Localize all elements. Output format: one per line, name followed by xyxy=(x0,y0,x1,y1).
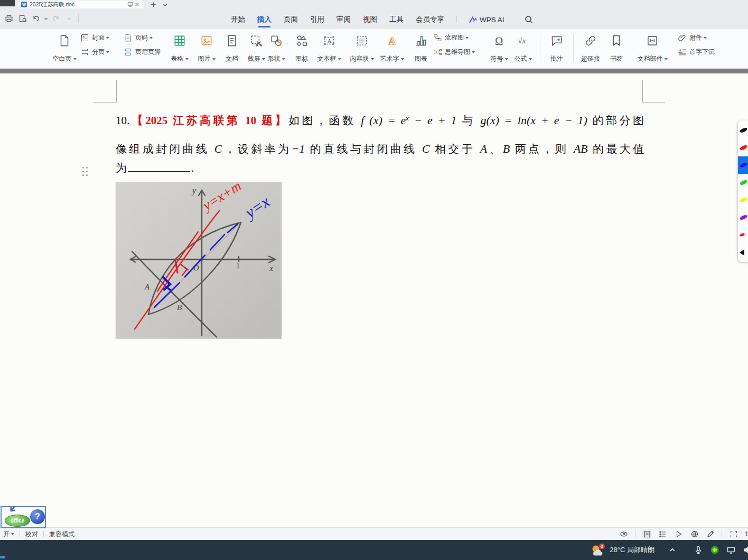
search-icon[interactable] xyxy=(524,15,534,24)
booster-ball-icon[interactable] xyxy=(710,545,719,555)
close-icon[interactable] xyxy=(134,1,141,8)
red-pen-stroke-icon xyxy=(739,144,748,151)
ribbon-page-number-button[interactable]: # 页码 xyxy=(124,33,161,42)
office-assistant-widget[interactable]: office ? xyxy=(1,506,46,528)
paragraph-drag-handle-icon[interactable] xyxy=(82,167,91,177)
menu-reference[interactable]: 引用 xyxy=(310,15,324,24)
menu-page[interactable]: 页面 xyxy=(284,15,298,24)
status-compat-mode[interactable]: 兼容模式 xyxy=(49,530,74,539)
pen-small-red-button[interactable] xyxy=(738,226,748,244)
ribbon-doc-parts-button[interactable]: 文档部件 xyxy=(635,32,669,65)
menu-member[interactable]: 会员专享 xyxy=(416,15,444,24)
menu-tools[interactable]: 工具 xyxy=(389,15,404,24)
cover-icon xyxy=(80,33,89,42)
flowchart-icon xyxy=(433,33,442,42)
pen-yellow-button[interactable] xyxy=(738,191,748,209)
status-divider xyxy=(635,531,635,537)
problem-figure-image[interactable]: y x O 1 A B y=x+m xyxy=(116,182,282,339)
bookmark-icon xyxy=(610,34,623,48)
microphone-icon[interactable] xyxy=(694,545,703,555)
menu-view[interactable]: 视图 xyxy=(363,15,377,24)
menu-home[interactable]: 开始 xyxy=(231,15,245,24)
ribbon-doc-button[interactable]: 文档 xyxy=(220,32,244,65)
status-bar: 开 校对 兼容模式 1 xyxy=(0,527,748,540)
ribbon-drop-cap-button[interactable]: A 首字下沉 xyxy=(678,48,715,57)
chevron-down-icon xyxy=(371,58,374,60)
page-view-icon[interactable] xyxy=(642,530,651,539)
pen-green-button[interactable] xyxy=(738,174,748,191)
print-preview-icon[interactable] xyxy=(18,14,27,23)
status-open-menu[interactable]: 开 xyxy=(3,530,14,539)
ribbon-comment-button[interactable]: 批注 xyxy=(545,32,569,65)
ribbon-table-button[interactable]: 表格 xyxy=(166,32,193,65)
ribbon-cover-button[interactable]: 封面 xyxy=(80,33,109,42)
pen-blue-button-selected[interactable] xyxy=(738,156,748,174)
tab-list-chevron-icon[interactable] xyxy=(162,2,169,8)
ribbon-bookmark-button[interactable]: 书签 xyxy=(605,32,628,65)
ribbon-wordart-button[interactable]: A 艺术字 xyxy=(377,32,407,65)
doc-parts-icon xyxy=(646,34,659,48)
yellow-pen-stroke-icon xyxy=(739,197,748,203)
ribbon-header-footer-button[interactable]: 页眉页脚 xyxy=(124,48,161,57)
document-tab[interactable]: W 2025江苏高联.doc xyxy=(18,1,144,8)
math-gx: g(x) = ln(x + e − 1) xyxy=(481,114,587,127)
page-margin-mark-left xyxy=(94,80,117,102)
small-red-pen-stroke-icon xyxy=(739,232,745,237)
menu-wps-ai[interactable]: WPS AI xyxy=(469,16,504,24)
undo-chevron-icon[interactable] xyxy=(41,14,46,23)
ribbon-picture-button[interactable]: 图片 xyxy=(193,32,220,65)
display-network-icon[interactable] xyxy=(726,545,736,555)
help-button[interactable]: ? xyxy=(30,509,45,524)
redo-icon[interactable] xyxy=(51,14,60,23)
window-header: W 2025江苏高联.doc 开始 插入 页面 引用 审阅 视图 xyxy=(0,0,748,29)
ribbon-cover-pagebreak-stack: 封面 分页 xyxy=(80,33,109,57)
palette-collapse-button[interactable] xyxy=(738,244,748,261)
ribbon-page-break-button[interactable]: 分页 xyxy=(80,48,109,57)
ribbon-formula-button[interactable]: √x 公式 xyxy=(510,32,536,65)
pin-icon[interactable] xyxy=(127,1,134,8)
ribbon-symbol-button[interactable]: Ω 符号 xyxy=(487,32,512,65)
taskbar-weather-widget[interactable]: 2 28°C 局部晴朗 xyxy=(590,543,654,557)
document-workspace: 10.【2025 江苏高联第 10 题】如图，函数 f (x) = ex − e… xyxy=(0,69,748,527)
ribbon-textbox-button[interactable]: A 文本框 xyxy=(314,32,344,65)
menu-review[interactable]: 审阅 xyxy=(336,15,351,24)
ribbon-chart-button[interactable]: 图表 xyxy=(409,32,433,65)
pen-purple-button[interactable] xyxy=(738,209,748,226)
comment-icon xyxy=(550,34,564,48)
svg-text:√x: √x xyxy=(518,36,526,45)
ribbon-shapes-button[interactable]: 形状 xyxy=(263,32,289,65)
ribbon-toolbar: 空白页 封面 分页 # 页码 页眉页脚 表格 图片 文档 xyxy=(0,29,748,69)
fullscreen-icon[interactable] xyxy=(729,530,738,539)
zoom-value-partial[interactable]: 1 xyxy=(745,530,748,538)
blank-page-icon xyxy=(58,34,71,48)
quickbar-chevron-icon[interactable] xyxy=(64,14,71,23)
tray-expand-chevron-icon[interactable] xyxy=(668,545,677,555)
ribbon-blank-page-button[interactable]: 空白页 xyxy=(50,32,79,65)
ribbon-flowchart-mindmap-stack: 流程图 思维导图 xyxy=(433,33,475,57)
ribbon-attachment-button[interactable]: 附件 xyxy=(678,33,715,42)
ribbon-mindmap-button[interactable]: 思维导图 xyxy=(433,48,475,57)
icon-library-icon xyxy=(295,34,308,48)
globe-web-view-icon[interactable] xyxy=(690,530,699,539)
pen-red-button[interactable] xyxy=(738,139,748,156)
ribbon-hyperlink-button[interactable]: 超链接 xyxy=(577,32,604,65)
speaker-icon[interactable] xyxy=(743,545,748,555)
pen-black-button[interactable] xyxy=(738,122,748,139)
menu-insert[interactable]: 插入 xyxy=(257,15,272,24)
play-slideshow-icon[interactable] xyxy=(674,530,683,539)
outline-view-icon[interactable] xyxy=(658,530,667,539)
status-proofread[interactable]: 校对 xyxy=(25,530,38,539)
svg-text:A: A xyxy=(328,38,332,44)
drop-cap-icon: A xyxy=(678,48,687,57)
ribbon-flowchart-button[interactable]: 流程图 xyxy=(433,33,475,42)
eye-preview-icon[interactable] xyxy=(619,530,628,539)
pen-edit-icon[interactable] xyxy=(706,530,715,539)
document-page[interactable]: 10.【2025 江苏高联第 10 题】如图，函数 f (x) = ex − e… xyxy=(0,73,748,527)
ribbon-content-block-button[interactable]: 内容块 xyxy=(347,32,377,65)
new-tab-icon[interactable] xyxy=(150,1,157,8)
purple-pen-stroke-icon xyxy=(739,214,748,221)
printer-icon[interactable] xyxy=(4,14,14,23)
office-assistant-ball[interactable]: office xyxy=(5,515,30,527)
undo-icon[interactable] xyxy=(32,14,41,23)
ribbon-icon-library-button[interactable]: 图标 xyxy=(289,32,314,65)
